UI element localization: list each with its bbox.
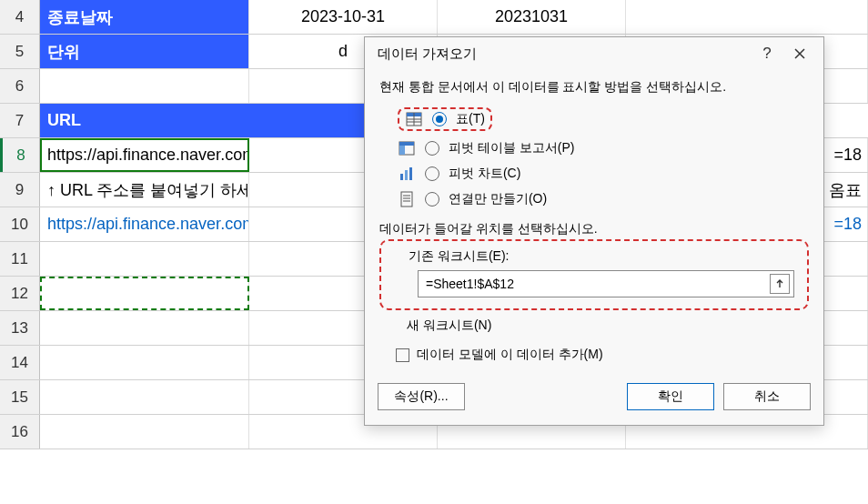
cell[interactable]: ↑ URL 주소를 붙여넣기 하세요: [40, 173, 249, 207]
cell[interactable]: 20231031: [438, 0, 626, 34]
radio-connection-only[interactable]: [425, 192, 439, 207]
location-instruction: 데이터가 들어갈 위치를 선택하십시오.: [379, 221, 809, 237]
cell[interactable]: [40, 346, 249, 379]
label-existing-worksheet: 기존 워크시트(E):: [409, 248, 509, 265]
dialog-body: 현재 통합 문서에서 이 데이터를 표시할 방법을 선택하십시오. 표(T) 피…: [365, 70, 823, 374]
help-button[interactable]: ?: [751, 40, 783, 67]
label-pivot: 피벗 테이블 보고서(P): [449, 140, 574, 156]
label-new-worksheet: 새 워크시트(N): [407, 318, 491, 334]
cell[interactable]: 2023-10-31: [249, 0, 438, 34]
range-selector-button[interactable]: [770, 274, 790, 294]
instruction-text: 현재 통합 문서에서 이 데이터를 표시할 방법을 선택하십시오.: [379, 79, 809, 96]
ok-button[interactable]: 확인: [627, 383, 714, 410]
row-number[interactable]: 11: [0, 242, 40, 276]
cell-reference-input[interactable]: [426, 277, 770, 291]
svg-rect-11: [401, 192, 412, 207]
cell[interactable]: [40, 311, 249, 345]
cell[interactable]: [40, 415, 249, 449]
cell[interactable]: https://api.finance.naver.com/: [40, 207, 249, 241]
row-number[interactable]: 13: [0, 311, 40, 345]
row-number[interactable]: 7: [0, 104, 40, 137]
pivot-table-icon: [398, 141, 416, 156]
pivot-chart-icon: [398, 166, 416, 181]
collapse-icon: [774, 278, 785, 289]
connection-icon: [398, 191, 416, 207]
cell[interactable]: [40, 380, 249, 414]
properties-button[interactable]: 속성(R)...: [378, 383, 465, 410]
row-number[interactable]: 4: [0, 0, 40, 34]
radio-table[interactable]: [432, 112, 447, 126]
cell[interactable]: [40, 277, 249, 310]
dialog-titlebar: 데이터 가져오기 ?: [365, 37, 823, 70]
cell[interactable]: [626, 0, 868, 34]
row-number[interactable]: 10: [0, 207, 40, 241]
row-number[interactable]: 15: [0, 380, 40, 414]
import-data-dialog: 데이터 가져오기 ? 현재 통합 문서에서 이 데이터를 표시할 방법을 선택하…: [364, 36, 824, 426]
option-connection-only-row: 연결만 만들기(O): [379, 186, 809, 212]
cell[interactable]: [40, 242, 249, 276]
dialog-title: 데이터 가져오기: [378, 45, 751, 63]
label-pivot-chart: 피벗 차트(C): [449, 166, 520, 182]
radio-pivot[interactable]: [425, 141, 439, 156]
option-pivot-chart-row: 피벗 차트(C): [379, 161, 809, 186]
sheet-row: 4종료날짜2023-10-3120231031: [0, 0, 868, 35]
svg-rect-8: [400, 174, 403, 180]
label-table: 표(T): [456, 111, 485, 127]
row-number[interactable]: 6: [0, 69, 40, 103]
dialog-footer: 속성(R)... 확인 취소: [365, 374, 823, 425]
cell-reference-input-wrap: [418, 270, 794, 297]
table-icon: [405, 112, 423, 126]
checkbox-data-model[interactable]: [396, 348, 409, 362]
cell[interactable]: [40, 69, 249, 103]
row-number[interactable]: 8: [0, 138, 40, 172]
row-number[interactable]: 9: [0, 173, 40, 207]
cell[interactable]: https://api.finance.naver.com/: [40, 138, 249, 172]
close-icon: [793, 47, 806, 60]
existing-worksheet-block: 기존 워크시트(E):: [379, 239, 809, 310]
close-button[interactable]: [783, 40, 816, 67]
label-connection-only: 연결만 만들기(O): [449, 191, 547, 207]
cell[interactable]: 종료날짜: [40, 0, 249, 34]
svg-rect-7: [399, 142, 414, 146]
option-pivot-row: 피벗 테이블 보고서(P): [379, 136, 809, 161]
row-number[interactable]: 14: [0, 346, 40, 379]
label-data-model: 데이터 모델에 이 데이터 추가(M): [417, 347, 603, 363]
location-section: 데이터가 들어갈 위치를 선택하십시오. 기존 워크시트(E): 새 워크시트(…: [379, 221, 809, 334]
row-number[interactable]: 16: [0, 415, 40, 449]
row-number[interactable]: 12: [0, 277, 40, 310]
row-number[interactable]: 5: [0, 35, 40, 68]
option-table-row: 표(T): [379, 103, 809, 136]
radio-pivot-chart[interactable]: [425, 166, 439, 181]
cancel-button[interactable]: 취소: [723, 383, 811, 410]
cell[interactable]: 단위: [40, 35, 249, 68]
svg-rect-9: [405, 170, 408, 180]
svg-rect-10: [409, 167, 412, 180]
